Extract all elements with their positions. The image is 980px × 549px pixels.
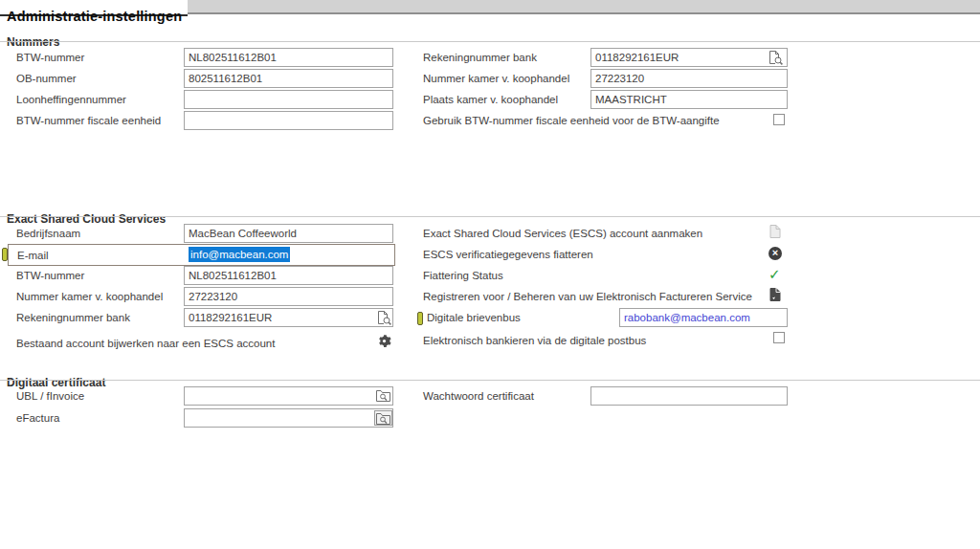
browse-certificate-folder-button[interactable] xyxy=(374,410,392,426)
registreren-efactureren-label: Registreren voor / Beheren van uw Elektr… xyxy=(423,290,752,303)
btw-fiscale-eenheid-input[interactable] xyxy=(184,111,393,130)
efactura-input[interactable] xyxy=(184,408,393,428)
escs-kvk-nummer-input[interactable] xyxy=(184,287,393,306)
email-field-row[interactable]: E-mail info@macbean.com xyxy=(8,244,395,266)
escs-rekeningnummer-bank-label: Rekeningnummer bank xyxy=(16,311,130,324)
section-rule xyxy=(0,41,980,42)
digitale-brievenbus-label: Digitale brievenbus xyxy=(427,311,521,324)
bedrijfsnaam-label: Bedrijfsnaam xyxy=(16,227,80,240)
bijwerken-escs-label: Bestaand account bijwerken naar een ESCS… xyxy=(16,337,275,350)
elektronisch-bankieren-label: Elektronisch bankieren via de digitale p… xyxy=(423,334,646,347)
section-rule xyxy=(0,216,980,217)
cancel-verification-icon[interactable]: × xyxy=(768,247,782,260)
btw-fiscale-eenheid-label: BTW-nummer fiscale eenheid xyxy=(16,114,161,127)
wachtwoord-certificaat-input[interactable] xyxy=(590,386,788,406)
loonheffingennummer-label: Loonheffingennummer xyxy=(16,93,126,106)
kvk-plaats-input[interactable] xyxy=(590,90,788,109)
rekeningnummer-bank-input[interactable] xyxy=(590,48,788,67)
section-title-certificaat: Digitaal certificaat xyxy=(7,376,105,389)
kvk-plaats-label: Plaats kamer v. koophandel xyxy=(423,93,558,106)
digitale-brievenbus-input[interactable] xyxy=(619,308,788,327)
fiattering-status-label: Fiattering Status xyxy=(423,269,503,282)
loonheffingennummer-input[interactable] xyxy=(184,90,393,109)
escs-btw-nummer-input[interactable] xyxy=(184,266,393,285)
kvk-nummer-label: Nummer kamer v. koophandel xyxy=(423,72,569,85)
status-approved-check-icon: ✓ xyxy=(768,268,781,281)
verificatie-fiatteren-label: ESCS verificatiegegevens fiatteren xyxy=(423,248,593,261)
btw-nummer-input[interactable] xyxy=(184,48,393,67)
ob-nummer-label: OB-nummer xyxy=(16,72,77,85)
section-rule xyxy=(0,380,980,381)
page-title: Administratie-instellingen xyxy=(7,10,182,24)
escs-kvk-nummer-label: Nummer kamer v. koophandel xyxy=(16,290,163,303)
ubl-finvoice-label: UBL / fInvoice xyxy=(16,389,84,403)
section-title-escs: Exact Shared Cloud Services xyxy=(7,212,166,226)
gear-icon[interactable] xyxy=(377,334,391,348)
bedrijfsnaam-input[interactable] xyxy=(184,224,393,243)
rekeningnummer-bank-label: Rekeningnummer bank xyxy=(423,51,537,64)
email-label: E-mail xyxy=(17,249,49,262)
efactura-label: eFactura xyxy=(16,411,59,425)
escs-btw-nummer-label: BTW-nummer xyxy=(16,269,84,282)
gebruik-fiscale-eenheid-label: Gebruik BTW-nummer fiscale eenheid voor … xyxy=(423,114,720,127)
create-account-document-icon-disabled xyxy=(769,225,781,238)
ubl-finvoice-input[interactable] xyxy=(184,386,393,406)
browse-bank-account-icon[interactable] xyxy=(767,50,784,65)
ob-nummer-input[interactable] xyxy=(184,69,393,88)
browse-bank-account-icon[interactable] xyxy=(375,310,392,325)
administratie-instellingen-screen: Administratie-instellingen Nummers BTW-n… xyxy=(0,0,980,549)
btw-nummer-label: BTW-nummer xyxy=(16,51,84,64)
escs-rekeningnummer-bank-input[interactable] xyxy=(184,308,393,327)
escs-account-aanmaken-label: Exact Shared Cloud Services (ESCS) accou… xyxy=(423,227,702,240)
browse-certificate-folder-icon[interactable] xyxy=(376,389,390,402)
register-invoice-service-document-icon[interactable] xyxy=(769,288,781,301)
kvk-nummer-input[interactable] xyxy=(590,69,788,88)
elektronisch-bankieren-checkbox[interactable] xyxy=(773,332,785,343)
title-band xyxy=(188,0,980,14)
required-marker-brievenbus xyxy=(417,312,423,325)
email-selected-value[interactable]: info@macbean.com xyxy=(189,247,290,262)
gebruik-fiscale-eenheid-checkbox[interactable] xyxy=(773,114,785,125)
browse-certificate-folder-icon xyxy=(376,412,390,425)
wachtwoord-certificaat-label: Wachtwoord certificaat xyxy=(423,389,534,403)
